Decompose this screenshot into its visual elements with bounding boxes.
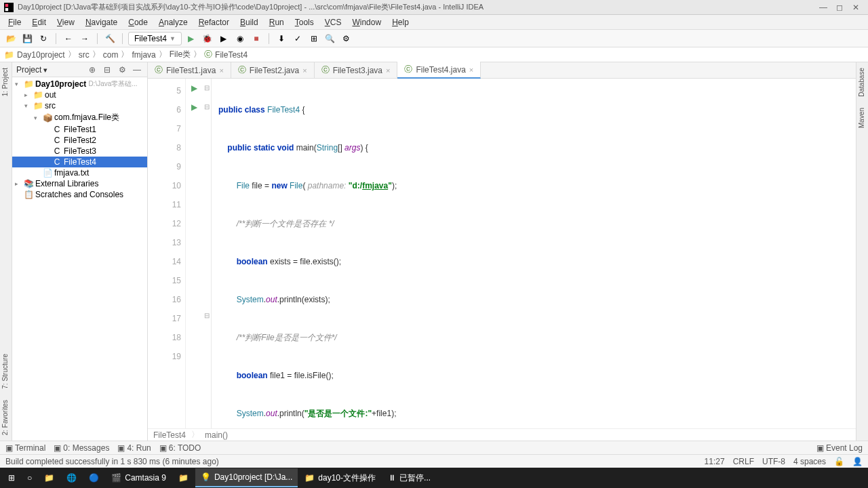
tree-item[interactable]: ▾📁src xyxy=(12,100,147,111)
tree-item[interactable]: ▾📦com.fmjava.File类 xyxy=(12,111,147,124)
settings-icon[interactable]: ⚙ xyxy=(340,32,353,45)
breadcrumb-item[interactable]: ⓒ FileTest4 xyxy=(204,49,248,60)
code-content[interactable]: public class FileTest4 { public static v… xyxy=(212,79,856,428)
hide-panel-icon[interactable]: — xyxy=(131,64,143,76)
editor-body[interactable]: 5678910111213141516171819 ▶ ▶ ⊟ ⊟ ⊟ publ… xyxy=(148,79,856,428)
run-coverage-icon[interactable]: ▶ xyxy=(217,32,231,45)
fold-icon[interactable]: ⊟ xyxy=(202,98,211,117)
run-gutter-icon[interactable]: ▶ xyxy=(186,98,202,117)
bottom-tab[interactable]: ▣ 6: TODO xyxy=(159,443,201,453)
structure-icon[interactable]: ⊞ xyxy=(307,32,321,45)
structure-side-tab[interactable]: 7: Structure xyxy=(0,348,12,394)
menu-run[interactable]: Run xyxy=(264,16,290,28)
tree-item[interactable]: ▸📁out xyxy=(12,89,147,100)
breadcrumb-item[interactable]: src xyxy=(79,50,90,60)
debug-button[interactable]: 🐞 xyxy=(201,32,214,45)
menu-help[interactable]: Help xyxy=(387,16,414,28)
run-button[interactable]: ▶ xyxy=(184,32,198,45)
editor-tab[interactable]: ⓒFileTest1.java× xyxy=(148,62,231,78)
project-side-tab[interactable]: 1: Project xyxy=(0,62,12,102)
taskbar-item[interactable]: 📁 xyxy=(39,468,60,487)
project-view-dropdown[interactable]: Project ▾ xyxy=(16,65,83,75)
tree-item[interactable]: CFileTest3 xyxy=(12,146,147,157)
taskbar-item[interactable]: 📁 xyxy=(173,468,194,487)
tree-item[interactable]: CFileTest4 xyxy=(12,157,147,167)
scroll-from-source-icon[interactable]: ⊕ xyxy=(86,64,98,76)
taskbar-item[interactable]: 📁day10-文件操作 xyxy=(299,468,381,487)
encoding[interactable]: UTF-8 xyxy=(762,457,785,466)
menu-code[interactable]: Code xyxy=(123,16,153,28)
taskbar-item[interactable]: ⊞ xyxy=(3,468,20,487)
bottom-tab[interactable]: ▣ 0: Messages xyxy=(54,443,109,453)
collapse-all-icon[interactable]: ⊟ xyxy=(101,64,113,76)
menu-file[interactable]: File xyxy=(3,16,26,28)
breadcrumb-item[interactable]: com xyxy=(103,50,119,60)
tree-item[interactable]: 📄fmjava.txt xyxy=(12,167,147,178)
open-file-icon[interactable]: 📂 xyxy=(4,32,18,45)
database-side-tab[interactable]: Database xyxy=(856,62,868,102)
stop-button[interactable]: ■ xyxy=(250,32,263,45)
editor-breadcrumb-item[interactable]: main() xyxy=(205,430,228,440)
chevron-right-icon: 〉 xyxy=(92,49,100,60)
vcs-commit-icon[interactable]: ✓ xyxy=(291,32,304,45)
menu-tools[interactable]: Tools xyxy=(290,16,319,28)
tree-item[interactable]: CFileTest1 xyxy=(12,124,147,135)
event-log-button[interactable]: ▣ Event Log xyxy=(816,443,863,453)
breadcrumb-item[interactable]: File类 xyxy=(170,49,191,60)
menu-edit[interactable]: Edit xyxy=(26,16,52,28)
menu-build[interactable]: Build xyxy=(235,16,264,28)
taskbar-item[interactable]: 🌐 xyxy=(61,468,82,487)
maximize-button[interactable]: ◻ xyxy=(831,2,848,13)
close-tab-icon[interactable]: × xyxy=(302,66,307,75)
taskbar-item[interactable]: 🔵 xyxy=(83,468,104,487)
close-tab-icon[interactable]: × xyxy=(469,66,473,74)
settings-gear-icon[interactable]: ⚙ xyxy=(116,64,128,76)
tree-item[interactable]: ▾📁Day10project D:\Java零基础... xyxy=(12,79,147,89)
menu-window[interactable]: Window xyxy=(347,16,387,28)
editor-tab[interactable]: ⓒFileTest2.java× xyxy=(231,62,315,78)
project-tree[interactable]: ▾📁Day10project D:\Java零基础...▸📁out▾📁src▾📦… xyxy=(12,77,147,441)
minimize-button[interactable]: — xyxy=(815,2,831,13)
forward-icon[interactable]: → xyxy=(78,32,92,45)
save-icon[interactable]: 💾 xyxy=(20,32,34,45)
vcs-update-icon[interactable]: ⬇ xyxy=(275,32,288,45)
breadcrumb-item[interactable]: fmjava xyxy=(132,50,155,60)
menu-refactor[interactable]: Refactor xyxy=(193,16,235,28)
editor-tab[interactable]: ⓒFileTest4.java× xyxy=(397,62,481,79)
close-tab-icon[interactable]: × xyxy=(219,66,223,75)
close-button[interactable]: ✕ xyxy=(848,2,864,13)
bottom-tab[interactable]: ▣ Terminal xyxy=(5,443,45,453)
inspector-icon[interactable]: 👤 xyxy=(852,457,863,466)
run-gutter-icon[interactable]: ▶ xyxy=(186,79,202,98)
refresh-icon[interactable]: ↻ xyxy=(37,32,50,45)
editor-breadcrumb-item[interactable]: FileTest4 xyxy=(153,430,186,440)
menu-navigate[interactable]: Navigate xyxy=(80,16,123,28)
menu-vcs[interactable]: VCS xyxy=(319,16,347,28)
menu-view[interactable]: View xyxy=(52,16,80,28)
profile-icon[interactable]: ◉ xyxy=(233,32,247,45)
indent[interactable]: 4 spaces xyxy=(793,457,826,466)
run-configuration-dropdown[interactable]: FileTest4 ▼ xyxy=(128,32,182,45)
maven-side-tab[interactable]: Maven xyxy=(856,102,868,134)
close-tab-icon[interactable]: × xyxy=(386,66,390,75)
tree-item[interactable]: ▸📚External Libraries xyxy=(12,178,147,189)
taskbar-item[interactable]: ○ xyxy=(22,468,37,487)
search-icon[interactable]: 🔍 xyxy=(323,32,337,45)
taskbar-item[interactable]: 🎬Camtasia 9 xyxy=(106,468,172,487)
favorites-side-tab[interactable]: 2: Favorites xyxy=(0,394,12,441)
line-ending[interactable]: CRLF xyxy=(733,457,754,466)
editor-tab[interactable]: ⓒFileTest3.java× xyxy=(315,62,398,78)
taskbar-item[interactable]: ⏸已暂停... xyxy=(382,468,436,487)
build-icon[interactable]: 🔨 xyxy=(103,32,117,45)
fold-end-icon[interactable]: ⊟ xyxy=(202,306,211,325)
menu-analyze[interactable]: Analyze xyxy=(153,16,193,28)
tree-item[interactable]: 📋Scratches and Consoles xyxy=(12,189,147,200)
bottom-tab[interactable]: ▣ 4: Run xyxy=(117,443,151,453)
taskbar-item[interactable]: 💡Day10project [D:\Ja... xyxy=(195,468,298,487)
back-icon[interactable]: ← xyxy=(62,32,75,45)
caret-position[interactable]: 11:27 xyxy=(705,457,725,466)
tree-item[interactable]: CFileTest2 xyxy=(12,135,147,146)
lock-icon[interactable]: 🔓 xyxy=(834,457,844,466)
breadcrumb-item[interactable]: 📁 Day10project xyxy=(4,50,65,60)
fold-icon[interactable]: ⊟ xyxy=(202,79,211,98)
